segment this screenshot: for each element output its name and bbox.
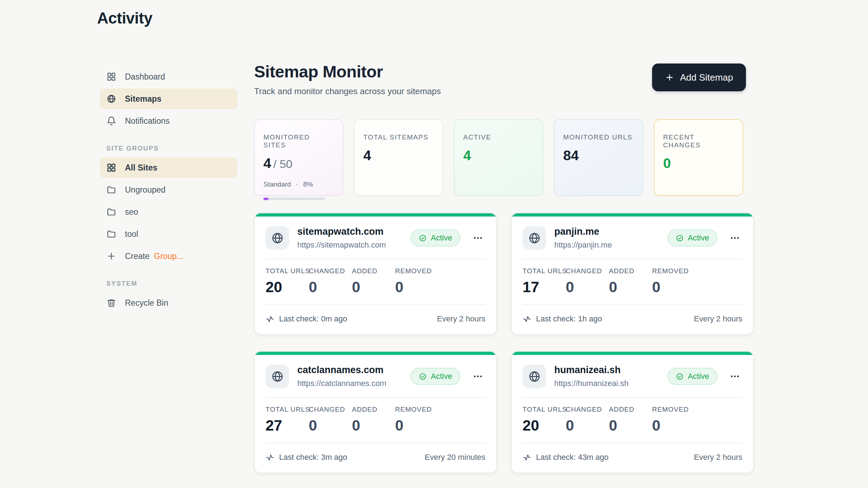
sidebar-item-all-sites[interactable]: All Sites (100, 157, 237, 178)
site-card-header: sitemapwatch.com https://sitemapwatch.co… (255, 217, 496, 259)
sidebar-item-sitemaps[interactable]: Sitemaps (100, 88, 237, 109)
stat-label: CHANGED (309, 267, 352, 275)
check-circle-icon (676, 372, 684, 381)
sidebar-item-create-group[interactable]: Create Group... (100, 246, 237, 266)
plan-usage-progress-fill (263, 198, 268, 200)
plan-percent: 8% (303, 181, 313, 188)
site-card-sitemapwatch[interactable]: sitemapwatch.com https://sitemapwatch.co… (254, 213, 497, 335)
sidebar-item-recycle-bin[interactable]: Recycle Bin (100, 293, 237, 313)
stat-value: 0 (663, 156, 734, 171)
site-url: https://panjin.me (554, 240, 612, 250)
site-name: panjin.me (554, 226, 612, 237)
stat-value: 84 (563, 148, 634, 163)
stat-label: REMOVED (395, 406, 438, 413)
sidebar-item-ungrouped[interactable]: Ungrouped (100, 179, 237, 200)
stat-value: 0 (309, 279, 352, 296)
check-frequency: Every 2 hours (694, 453, 742, 462)
status-badge-label: Active (688, 233, 709, 243)
stat-value: 0 (309, 417, 352, 434)
stat-changed: CHANGED 0 (566, 406, 609, 434)
site-card-footer: Last check: 1h ago Every 2 hours (512, 305, 753, 334)
site-card-footer: Last check: 43m ago Every 2 hours (512, 443, 753, 473)
sites-grid: sitemapwatch.com https://sitemapwatch.co… (254, 213, 754, 473)
sidebar-item-seo[interactable]: seo (100, 202, 237, 222)
stat-changed: CHANGED 0 (309, 267, 352, 296)
stat-added: ADDED 0 (609, 406, 652, 434)
globe-icon (106, 94, 116, 104)
card-menu-button[interactable] (470, 230, 485, 245)
globe-icon (523, 226, 546, 250)
site-groups-section-header: SITE GROUPS (106, 145, 231, 152)
stat-total-urls: TOTAL URLS 20 (523, 406, 566, 434)
stat-removed: REMOVED 0 (652, 267, 695, 296)
status-badge-label: Active (431, 372, 452, 381)
stat-label: ADDED (352, 267, 395, 275)
card-menu-button[interactable] (727, 230, 742, 245)
sidebar-item-label: Dashboard (125, 72, 165, 82)
stat-label: ACTIVE (463, 133, 534, 141)
stat-value: 0 (395, 279, 438, 296)
stat-value: 20 (266, 279, 309, 296)
stat-label: TOTAL SITEMAPS (363, 133, 434, 141)
stat-label: REMOVED (395, 267, 438, 275)
stat-value: 0 (352, 417, 395, 434)
site-card-humanizeai[interactable]: humanizeai.sh https://humanizeai.sh Acti… (511, 351, 754, 473)
stat-value: 4/ 50 (263, 156, 334, 171)
site-stats-row: TOTAL URLS 20 CHANGED 0 ADDED 0 REMOVED … (512, 398, 753, 443)
site-card-header: humanizeai.sh https://humanizeai.sh Acti… (512, 355, 753, 397)
site-identity: sitemapwatch.com https://sitemapwatch.co… (297, 226, 386, 250)
globe-icon (266, 226, 289, 250)
add-sitemap-button[interactable]: Add Sitemap (652, 63, 746, 91)
sidebar-item-label: Recycle Bin (125, 298, 168, 308)
stat-added: ADDED 0 (352, 267, 395, 296)
ellipsis-icon (473, 371, 483, 382)
card-menu-button[interactable] (470, 369, 485, 384)
status-badge: Active (667, 229, 717, 246)
plan-separator: · (296, 181, 298, 188)
card-accent-bar (512, 213, 753, 217)
bell-icon (106, 116, 116, 126)
sidebar-item-notifications[interactable]: Notifications (100, 111, 237, 131)
site-identity: catclannames.com https://catclannames.co… (297, 365, 386, 388)
activity-pulse-icon (266, 453, 274, 462)
site-header-actions: Active (410, 368, 485, 385)
activity-pulse-icon (523, 315, 531, 324)
stats-row: MONITORED SITES 4/ 50 Standard · 8% TOTA… (254, 119, 754, 196)
site-header-actions: Active (410, 229, 485, 246)
status-badge-label: Active (688, 372, 709, 381)
create-group-highlight: Group... (154, 251, 183, 261)
stat-value-number: 4 (263, 156, 271, 171)
card-accent-bar (255, 352, 496, 355)
site-card-header: catclannames.com https://catclannames.co… (255, 355, 496, 397)
sidebar-item-dashboard[interactable]: Dashboard (100, 66, 237, 87)
stat-total-urls: TOTAL URLS 20 (266, 267, 309, 296)
last-check-text: Last check: 1h ago (536, 314, 602, 324)
site-card-panjin[interactable]: panjin.me https://panjin.me Active TOTAL (511, 213, 754, 335)
status-badge-label: Active (431, 233, 452, 243)
grid-icon (106, 163, 116, 173)
stat-value: 0 (609, 417, 652, 434)
main-content: Sitemap Monitor Track and monitor change… (254, 63, 754, 473)
stat-card-monitored-urls: MONITORED URLS 84 (554, 119, 643, 196)
sidebar-item-label: Ungrouped (125, 185, 166, 195)
stat-total-urls: TOTAL URLS 17 (523, 267, 566, 296)
ellipsis-icon (730, 371, 740, 382)
site-card-catclannames[interactable]: catclannames.com https://catclannames.co… (254, 351, 497, 473)
stat-card-recent-changes: RECENT CHANGES 0 (654, 119, 743, 196)
sidebar: Dashboard Sitemaps Notifications SITE GR… (100, 66, 237, 315)
card-accent-bar (255, 213, 496, 217)
sidebar-item-tool[interactable]: tool (100, 224, 237, 244)
plus-icon (665, 73, 674, 82)
plus-icon (106, 251, 116, 261)
stat-label: ADDED (609, 267, 652, 275)
site-name: sitemapwatch.com (297, 226, 386, 237)
site-card-footer: Last check: 0m ago Every 2 hours (255, 305, 496, 334)
dashboard-grid-icon (106, 72, 116, 82)
site-stats-row: TOTAL URLS 17 CHANGED 0 ADDED 0 REMOVED … (512, 259, 753, 304)
stat-label: TOTAL URLS (523, 267, 566, 275)
site-stats-row: TOTAL URLS 20 CHANGED 0 ADDED 0 REMOVED … (255, 259, 496, 304)
status-badge: Active (410, 229, 460, 246)
card-menu-button[interactable] (727, 369, 742, 384)
stat-value: 20 (523, 417, 566, 434)
check-circle-icon (419, 372, 427, 381)
